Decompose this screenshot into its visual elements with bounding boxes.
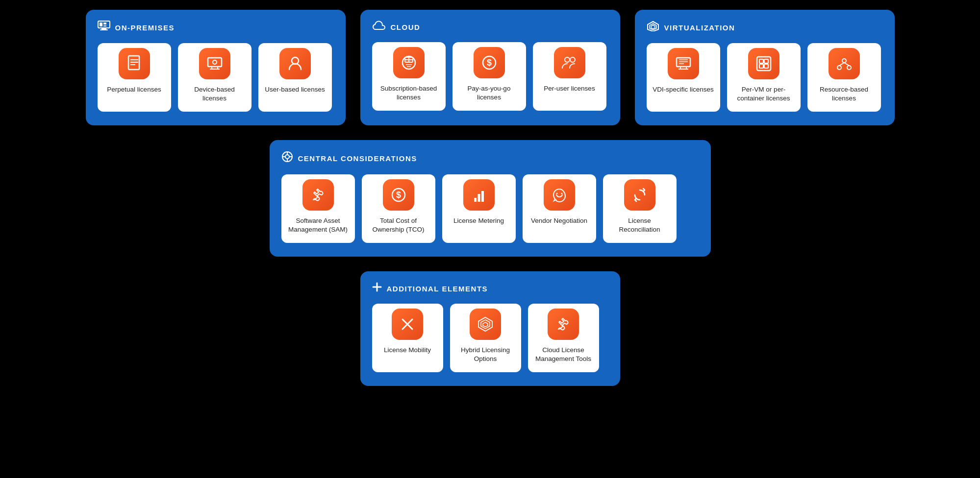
user-icon-bubble [279, 48, 311, 79]
clmt-icon-bubble [548, 309, 579, 340]
svg-rect-36 [757, 57, 771, 71]
svg-rect-29 [677, 58, 690, 67]
payg-icon-bubble: $ [474, 47, 505, 78]
svg-rect-5 [100, 29, 108, 30]
svg-rect-37 [759, 59, 763, 63]
on-premises-cards: Perpetual licenses Device-based licenses… [98, 43, 334, 112]
vendor-icon-bubble [544, 179, 575, 211]
additional-icon [372, 282, 382, 295]
tco-icon-bubble: $ [383, 179, 414, 211]
card-clmt: Cloud License Management Tools [528, 304, 599, 372]
svg-point-57 [556, 193, 557, 194]
card-mobility: License Mobility [372, 304, 443, 372]
metering-label: License Metering [453, 216, 504, 225]
svg-text:$: $ [486, 58, 491, 68]
card-peruser: Per-user licenses [533, 42, 606, 111]
svg-point-43 [847, 66, 851, 70]
payg-label: Pay-as-you-go licenses [456, 84, 522, 101]
svg-line-44 [839, 63, 844, 66]
svg-marker-28 [651, 25, 655, 29]
cloud-title: CLOUD [391, 23, 421, 31]
svg-rect-2 [103, 23, 106, 24]
on-premises-title: ON-PREMISES [115, 24, 175, 32]
vdi-label: VDI-specific licenses [653, 85, 714, 94]
peruser-icon-bubble [554, 47, 585, 78]
svg-point-24 [565, 57, 570, 62]
cloud-cards: Subscription-based licenses $ Pay-as-you… [372, 42, 608, 111]
hybrid-label: Hybrid Licensing Options [454, 346, 517, 363]
mobility-label: License Mobility [384, 346, 431, 355]
svg-rect-55 [477, 194, 480, 202]
device-icon-bubble [199, 48, 230, 79]
additional-header: ADDITIONAL ELEMENTS [372, 282, 608, 295]
reconciliation-label: License Reconciliation [607, 216, 673, 234]
reconciliation-icon-bubble [624, 179, 655, 211]
subscription-icon-bubble [393, 47, 425, 78]
on-premises-icon [98, 21, 110, 34]
central-icon [281, 151, 293, 166]
card-metering: License Metering [442, 174, 516, 243]
svg-rect-10 [208, 58, 222, 67]
cloud-header: CLOUD [372, 21, 608, 33]
card-payg: $ Pay-as-you-go licenses [452, 42, 526, 111]
svg-point-42 [837, 66, 841, 70]
sam-label: Software Asset Management (SAM) [285, 216, 351, 234]
svg-rect-40 [764, 64, 768, 68]
central-cards: Software Asset Management (SAM) $ Total … [281, 174, 699, 243]
mobility-icon-bubble [392, 309, 423, 340]
vdi-icon-bubble [668, 48, 699, 79]
card-tco: $ Total Cost of Ownership (TCO) [362, 174, 435, 243]
svg-point-14 [213, 60, 217, 64]
svg-point-41 [842, 59, 846, 63]
perpetual-label: Perpetual licenses [107, 85, 161, 94]
central-header: CENTRAL CONSIDERATIONS [281, 151, 699, 166]
svg-rect-56 [481, 191, 484, 202]
card-perpetual: Perpetual licenses [98, 43, 171, 112]
card-subscription: Subscription-based licenses [372, 42, 446, 111]
virtualization-icon [647, 21, 659, 34]
virtualization-header: VIRTUALIZATION [647, 21, 883, 34]
card-hybrid: Hybrid Licensing Options [450, 304, 521, 372]
svg-marker-64 [481, 320, 490, 329]
svg-rect-54 [474, 198, 477, 202]
card-reconciliation: License Reconciliation [603, 174, 677, 243]
sam-icon-bubble [302, 179, 334, 211]
pervm-label: Per-VM or per-container licenses [731, 85, 797, 102]
user-label: User-based licenses [265, 85, 325, 94]
resource-label: Resource-based licenses [811, 85, 877, 102]
svg-marker-65 [483, 322, 488, 327]
card-resource: Resource-based licenses [807, 43, 881, 112]
card-user: User-based licenses [258, 43, 332, 112]
svg-line-45 [844, 63, 849, 66]
card-pervm: Per-VM or per-container licenses [727, 43, 801, 112]
svg-point-25 [570, 57, 575, 62]
svg-rect-39 [759, 64, 763, 68]
svg-point-58 [561, 193, 562, 194]
svg-point-47 [285, 155, 289, 159]
svg-text:$: $ [396, 190, 401, 200]
svg-rect-4 [101, 28, 106, 29]
peruser-label: Per-user licenses [544, 84, 595, 93]
virtualization-cards: VDI-specific licenses Per-VM or per-cont… [647, 43, 883, 112]
on-premises-header: ON-PREMISES [98, 21, 334, 34]
virtualization-title: VIRTUALIZATION [664, 24, 735, 32]
card-device: Device-based licenses [178, 43, 251, 112]
hybrid-icon-bubble [470, 309, 501, 340]
additional-title: ADDITIONAL ELEMENTS [387, 285, 488, 293]
central-section: CENTRAL CONSIDERATIONS Software Asset Ma… [270, 140, 711, 257]
card-sam: Software Asset Management (SAM) [281, 174, 355, 243]
cloud-icon [372, 21, 386, 33]
top-row: ON-PREMISES Perpetual licenses Device-ba… [10, 10, 970, 125]
perpetual-icon-bubble [119, 48, 150, 79]
svg-rect-3 [103, 25, 106, 26]
card-vendor: Vendor Negotiation [523, 174, 596, 243]
svg-rect-38 [764, 59, 768, 63]
card-vdi: VDI-specific licenses [647, 43, 720, 112]
pervm-icon-bubble [748, 48, 779, 79]
tco-label: Total Cost of Ownership (TCO) [366, 216, 431, 234]
device-label: Device-based licenses [182, 85, 248, 102]
cloud-section: CLOUD Subscription-based licenses $ Pay-… [360, 10, 620, 125]
subscription-label: Subscription-based licenses [376, 84, 442, 101]
metering-icon-bubble [463, 179, 495, 211]
on-premises-section: ON-PREMISES Perpetual licenses Device-ba… [86, 10, 346, 125]
